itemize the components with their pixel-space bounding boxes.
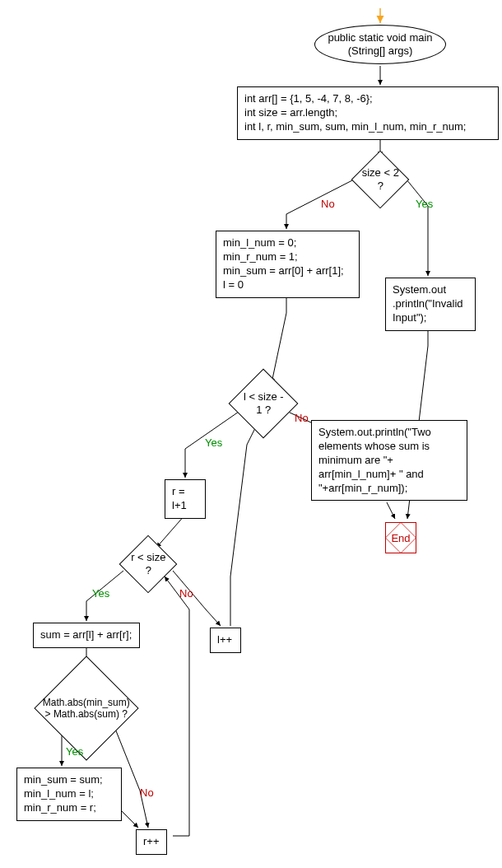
edge-label-yes-1: Yes bbox=[416, 198, 433, 210]
abs-line2: > Math.abs(sum) ? bbox=[45, 708, 128, 720]
edge-label-yes-4: Yes bbox=[66, 745, 83, 758]
edge-label-no-3: No bbox=[179, 587, 193, 600]
edge-label-yes-2: Yes bbox=[205, 436, 222, 449]
update-line3: min_r_num = r; bbox=[24, 801, 114, 815]
mins-init-process: min_l_num = 0; min_r_num = 1; min_sum = … bbox=[216, 231, 360, 298]
rpp-process: r++ bbox=[136, 829, 167, 855]
mins-line3: min_sum = arr[0] + arr[1]; bbox=[223, 264, 352, 278]
size-check-decision: size < 2 ? bbox=[351, 151, 410, 209]
edge-label-yes-3: Yes bbox=[92, 587, 109, 600]
start-line2: (String[] args) bbox=[348, 44, 413, 58]
print-line4: arr[min_l_num]+ " and bbox=[318, 468, 460, 482]
end-terminator: End bbox=[385, 522, 416, 553]
invalid-input-process: System.out .println("Invalid Input"); bbox=[385, 278, 476, 331]
init-line3: int l, r, min_sum, sum, min_l_num, min_r… bbox=[244, 120, 491, 134]
invalid-line2: .println("Invalid bbox=[393, 297, 468, 311]
abs-line1: Math.abs(min_sum) bbox=[43, 697, 130, 708]
sum-assign-text: sum = arr[l] + arr[r]; bbox=[40, 628, 132, 641]
mins-line2: min_r_num = 1; bbox=[223, 250, 352, 264]
invalid-line1: System.out bbox=[393, 283, 468, 297]
rpp-text: r++ bbox=[143, 835, 160, 847]
update-mins-process: min_sum = sum; min_l_num = l; min_r_num … bbox=[16, 768, 122, 821]
print-line2: elements whose sum is bbox=[318, 440, 460, 454]
print-line1: System.out.println("Two bbox=[318, 426, 460, 440]
lpp-process: l++ bbox=[210, 628, 241, 653]
size-check-text: size < 2 ? bbox=[360, 166, 400, 192]
end-label: End bbox=[391, 532, 410, 544]
init-line1: int arr[] = {1, 5, -4, 7, 8, -6}; bbox=[244, 92, 491, 106]
lpp-text: l++ bbox=[217, 633, 232, 646]
r-assign-process: r = l+1 bbox=[165, 479, 206, 519]
invalid-line3: Input"); bbox=[393, 311, 468, 325]
outer-loop-decision: l < size - 1 ? bbox=[229, 369, 299, 439]
update-line1: min_sum = sum; bbox=[24, 773, 114, 787]
start-line1: public static void main bbox=[328, 31, 432, 44]
print-result-process: System.out.println("Two elements whose s… bbox=[311, 420, 467, 501]
r-assign-text: r = l+1 bbox=[172, 485, 187, 511]
mins-line4: l = 0 bbox=[223, 278, 352, 292]
inner-loop-decision: r < size ? bbox=[119, 535, 178, 594]
init-line2: int size = arr.length; bbox=[244, 106, 491, 120]
init-process: int arr[] = {1, 5, -4, 7, 8, -6}; int si… bbox=[237, 86, 499, 140]
sum-assign-process: sum = arr[l] + arr[r]; bbox=[33, 623, 140, 648]
inner-loop-text: r < size ? bbox=[128, 551, 168, 576]
outer-loop-text: l < size - 1 ? bbox=[239, 390, 287, 416]
start-terminator: public static void main (String[] args) bbox=[314, 25, 446, 64]
mins-line1: min_l_num = 0; bbox=[223, 236, 352, 250]
edge-label-no-2: No bbox=[295, 412, 309, 424]
update-line2: min_l_num = l; bbox=[24, 787, 114, 801]
print-line5: "+arr[min_r_num]); bbox=[318, 482, 460, 496]
edge-label-no-4: No bbox=[140, 786, 154, 799]
abs-check-decision: Math.abs(min_sum) > Math.abs(sum) ? bbox=[34, 656, 138, 760]
edge-label-no-1: No bbox=[321, 198, 335, 210]
print-line3: minimum are "+ bbox=[318, 454, 460, 468]
